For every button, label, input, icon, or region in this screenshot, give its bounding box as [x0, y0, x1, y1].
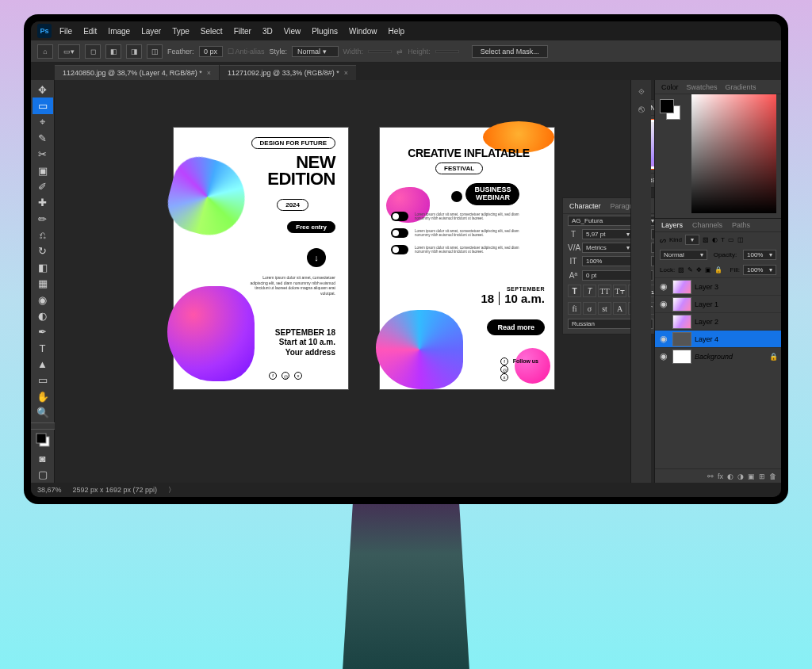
lock-position-icon[interactable]: ✥ [696, 266, 702, 273]
select-and-mask-button[interactable]: Select and Mask... [472, 45, 548, 58]
marquee-tool-icon[interactable]: ▭ [33, 97, 53, 113]
menu-3d[interactable]: 3D [262, 27, 273, 36]
visibility-icon[interactable]: ◉ [658, 281, 669, 292]
quick-select-tool-icon[interactable]: ✎ [33, 130, 53, 146]
link-layers-icon[interactable]: ⚯ [707, 472, 714, 480]
filter-shape-icon[interactable]: ▭ [728, 236, 734, 243]
menu-filter[interactable]: Filter [234, 27, 251, 36]
tab-swatches[interactable]: Swatches [687, 83, 718, 91]
filter-smart-icon[interactable]: ◫ [737, 236, 744, 243]
lasso-tool-icon[interactable]: ⌖ [33, 114, 53, 130]
vscale-input[interactable]: 100% [582, 256, 634, 266]
screen-mode-icon[interactable]: ▢ [33, 467, 53, 483]
layer-mask-icon[interactable]: ◐ [727, 472, 733, 480]
eyedropper-tool-icon[interactable]: ✐ [33, 178, 53, 194]
crop-tool-icon[interactable]: ✂ [33, 147, 53, 162]
brush-tool-icon[interactable]: ✏ [33, 211, 53, 227]
group-icon[interactable]: ▣ [748, 472, 755, 480]
visibility-icon[interactable]: ◉ [658, 299, 669, 309]
menu-select[interactable]: Select [201, 27, 223, 36]
delete-layer-icon[interactable]: 🗑 [769, 472, 776, 480]
dodge-tool-icon[interactable]: ◐ [33, 308, 53, 323]
bold-button[interactable]: T [568, 285, 581, 297]
tab-channels[interactable]: Channels [692, 221, 722, 229]
menu-help[interactable]: Help [389, 27, 405, 36]
marquee-tool-preset-icon[interactable]: ▭▾ [58, 44, 80, 59]
quick-mask-icon[interactable]: ◙ [33, 450, 53, 466]
ordinals-button[interactable]: σ [583, 302, 596, 315]
foreground-background-swatch[interactable] [660, 99, 682, 120]
layer-fx-icon[interactable]: fx [718, 472, 723, 480]
layer-filter-select[interactable]: ▾ [685, 235, 699, 245]
tab-character[interactable]: Character [569, 202, 601, 210]
menu-type[interactable]: Type [172, 27, 190, 36]
hand-tool-icon[interactable]: ✋ [33, 388, 53, 404]
smallcaps-button[interactable]: Tᴛ [613, 285, 626, 297]
color-picker[interactable] [691, 94, 776, 213]
gradient-tool-icon[interactable]: ▦ [33, 276, 53, 292]
panel-icon[interactable]: ⟐ [638, 85, 645, 97]
lock-pixels-icon[interactable]: ✎ [688, 266, 693, 273]
feather-input[interactable]: 0 px [199, 46, 223, 57]
layer-row[interactable]: ◉Layer 4 [655, 330, 781, 347]
document-tab[interactable]: 11240850.jpg @ 38,7% (Layer 4, RGB/8#) *… [55, 65, 219, 80]
shape-tool-icon[interactable]: ▭ [33, 373, 53, 388]
visibility-icon[interactable]: ◉ [658, 351, 669, 361]
filter-adjust-icon[interactable]: ◐ [712, 236, 718, 243]
layer-row[interactable]: ◉Layer 3 [655, 277, 781, 295]
close-icon[interactable]: × [344, 69, 348, 77]
clone-stamp-tool-icon[interactable]: ⎌ [33, 227, 53, 243]
layer-row[interactable]: ◉Layer 1 [655, 295, 781, 312]
tab-layers[interactable]: Layers [661, 221, 683, 229]
selection-add-icon[interactable]: ◧ [105, 44, 121, 59]
menu-view[interactable]: View [284, 27, 301, 36]
allcaps-button[interactable]: TT [598, 285, 611, 297]
canvas[interactable]: DESIGN FOR FUTURE NEWEDITION 2024 Free e… [55, 80, 781, 483]
filter-pixel-icon[interactable]: ▧ [703, 236, 709, 243]
menu-edit[interactable]: Edit [83, 27, 97, 36]
selection-subtract-icon[interactable]: ◨ [126, 44, 142, 59]
menu-layer[interactable]: Layer [141, 27, 161, 36]
frame-tool-icon[interactable]: ▣ [33, 162, 53, 178]
lock-all-icon[interactable]: 🔒 [714, 266, 722, 273]
tab-color[interactable]: Color [661, 83, 679, 91]
new-layer-icon[interactable]: ⊞ [759, 472, 765, 480]
lock-artboard-icon[interactable]: ▣ [705, 266, 711, 273]
eraser-tool-icon[interactable]: ◧ [33, 259, 53, 275]
type-tool-icon[interactable]: T [33, 340, 53, 356]
selection-new-icon[interactable]: ◻ [85, 44, 101, 59]
document-tab[interactable]: 11271092.jpg @ 33,3% (RGB/8#) *× [220, 65, 356, 80]
tab-gradients[interactable]: Gradients [726, 83, 756, 91]
close-icon[interactable]: × [207, 69, 211, 77]
blend-mode-select[interactable]: Normal▾ [660, 250, 707, 260]
edit-toolbar-icon[interactable] [31, 422, 55, 430]
pen-tool-icon[interactable]: ✒ [33, 324, 53, 340]
move-tool-icon[interactable]: ✥ [33, 82, 53, 97]
healing-brush-tool-icon[interactable]: ✚ [33, 195, 53, 211]
selection-intersect-icon[interactable]: ◫ [147, 44, 163, 59]
menu-plugins[interactable]: Plugins [312, 27, 338, 36]
ligature-button[interactable]: fi [568, 302, 581, 315]
path-select-tool-icon[interactable]: ▲ [33, 356, 53, 372]
history-brush-tool-icon[interactable]: ↻ [33, 243, 53, 259]
color-swatch-icon[interactable] [33, 430, 53, 450]
panel-icon[interactable]: ⎋ [638, 103, 645, 115]
filter-type-icon[interactable]: T [721, 236, 725, 243]
menu-file[interactable]: File [59, 27, 72, 36]
layer-row[interactable]: Layer 2 [655, 312, 781, 330]
font-size-input[interactable]: 5,97 pt▾ [582, 229, 634, 239]
menu-image[interactable]: Image [108, 27, 130, 36]
style-select[interactable]: Normal ▾ [292, 46, 339, 57]
kerning-input[interactable]: Metrics▾ [582, 243, 634, 253]
fill-input[interactable]: 100%▾ [743, 265, 776, 275]
antialias-checkbox[interactable]: ☐ Anti-alias [228, 48, 265, 55]
opacity-input[interactable]: 100%▾ [743, 250, 776, 260]
visibility-icon[interactable]: ◉ [658, 334, 669, 344]
layer-row[interactable]: ◉Background🔒 [655, 347, 781, 365]
titling-button[interactable]: A [613, 302, 626, 315]
zoom-tool-icon[interactable]: 🔍 [33, 405, 53, 421]
adjustment-layer-icon[interactable]: ◑ [737, 472, 744, 480]
tab-paths[interactable]: Paths [732, 221, 750, 229]
lock-transparency-icon[interactable]: ▨ [678, 266, 684, 273]
italic-button[interactable]: T [583, 285, 596, 297]
